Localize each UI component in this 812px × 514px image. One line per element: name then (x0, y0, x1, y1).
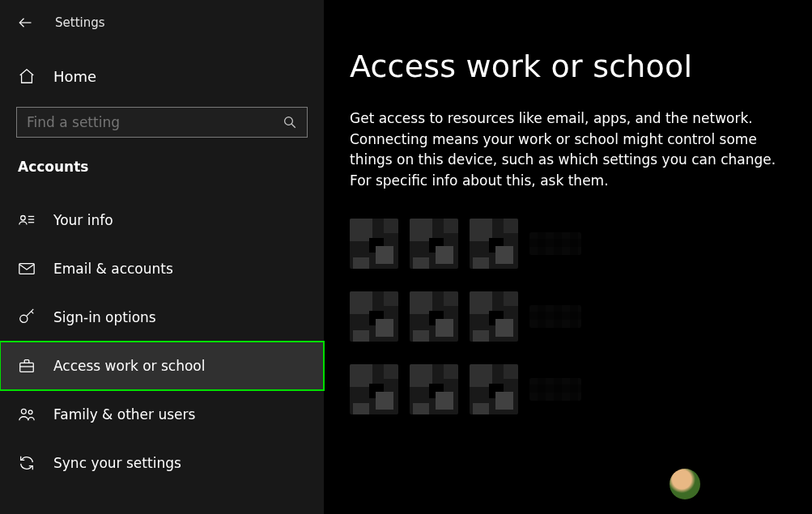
svg-point-1 (285, 117, 293, 125)
connected-accounts-list (350, 219, 793, 414)
account-entry-redacted[interactable] (350, 219, 793, 269)
sidebar-item-access-work[interactable]: Access work or school (0, 342, 324, 390)
page-title: Access work or school (350, 49, 793, 84)
search-input[interactable] (27, 114, 283, 130)
sidebar-item-sync-settings[interactable]: Sync your settings (0, 439, 324, 487)
redacted-icon (350, 364, 398, 414)
home-icon (18, 67, 36, 85)
sidebar-item-signin-options[interactable]: Sign-in options (0, 293, 324, 342)
redacted-text (529, 305, 581, 328)
search-icon (283, 115, 297, 130)
key-icon (18, 308, 36, 326)
window-title: Settings (55, 15, 105, 30)
sidebar-item-label: Sync your settings (53, 455, 181, 471)
redacted-icon (350, 219, 398, 269)
svg-line-2 (291, 124, 295, 128)
redacted-icon (470, 219, 518, 269)
back-icon[interactable] (18, 15, 32, 30)
sidebar-item-your-info[interactable]: Your info (0, 196, 324, 244)
svg-point-14 (28, 410, 32, 414)
redacted-icon (410, 219, 458, 269)
svg-point-13 (21, 409, 26, 414)
sidebar-item-label: Sign-in options (53, 309, 156, 325)
sidebar-home-label: Home (53, 68, 96, 85)
briefcase-icon (18, 357, 36, 375)
settings-sidebar: Settings Home Accou (0, 0, 324, 514)
redacted-icon (470, 291, 518, 342)
redacted-icon (410, 364, 458, 414)
svg-point-3 (21, 216, 26, 221)
redacted-text (529, 232, 581, 255)
mail-icon (18, 260, 36, 278)
svg-rect-11 (20, 363, 34, 372)
page-description: Get access to resources like email, apps… (350, 108, 793, 191)
sidebar-home[interactable]: Home (0, 53, 324, 99)
sidebar-nav: Your info Email & accounts (0, 196, 324, 487)
sidebar-item-label: Family & other users (53, 406, 195, 423)
sidebar-item-email-accounts[interactable]: Email & accounts (0, 244, 324, 293)
svg-line-10 (32, 312, 34, 314)
redacted-text (529, 378, 581, 401)
sync-icon (18, 454, 36, 472)
account-entry-redacted[interactable] (350, 364, 793, 414)
people-icon (18, 406, 36, 423)
sidebar-item-label: Your info (53, 212, 113, 228)
sidebar-item-label: Email & accounts (53, 261, 173, 277)
sidebar-category: Accounts (0, 138, 324, 181)
main-panel: Access work or school Get access to reso… (324, 0, 812, 514)
redacted-icon (410, 291, 458, 342)
person-card-icon (18, 211, 36, 229)
sidebar-item-family-users[interactable]: Family & other users (0, 390, 324, 439)
decorative-avatar-icon (670, 469, 700, 499)
redacted-icon (470, 364, 518, 414)
sidebar-item-label: Access work or school (53, 358, 205, 374)
svg-rect-7 (19, 264, 34, 274)
search-input-wrapper[interactable] (16, 107, 308, 138)
account-entry-redacted[interactable] (350, 291, 793, 342)
redacted-icon (350, 291, 398, 342)
